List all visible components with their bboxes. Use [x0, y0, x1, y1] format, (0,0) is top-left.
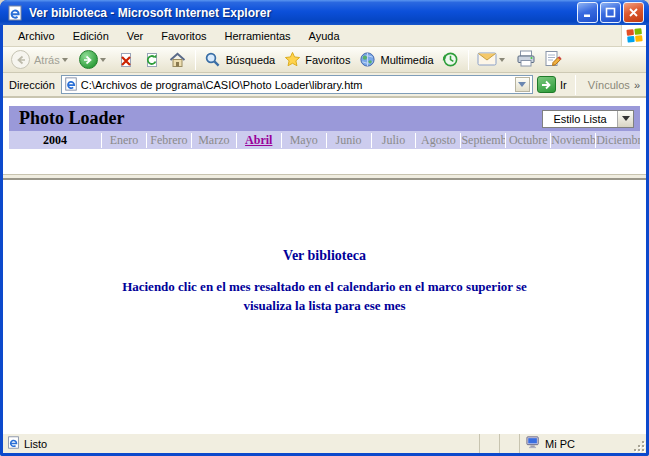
select-dropdown-button[interactable]: [617, 111, 633, 127]
print-button[interactable]: [512, 49, 540, 70]
my-computer-icon: [526, 436, 540, 451]
ie-page-icon: [7, 436, 20, 451]
chevron-down-icon: [518, 82, 526, 87]
go-arrow-icon: [537, 76, 556, 93]
status-text: Listo: [24, 438, 47, 450]
list-style-select[interactable]: Estilo Lista: [542, 110, 634, 128]
calendar-month-link-abril[interactable]: Abril: [236, 133, 281, 148]
printer-icon: [516, 50, 536, 69]
windows-logo-icon: [621, 25, 646, 46]
calendar-frame: Photo Loader Estilo Lista 2004 Enero Feb…: [3, 98, 646, 149]
media-button[interactable]: Multimedia: [354, 50, 437, 70]
status-section: Listo: [3, 434, 480, 453]
zone-text: Mi PC: [545, 438, 575, 450]
calendar-month-row: 2004 Enero Febrero Marzo Abril Mayo Juni…: [9, 131, 640, 149]
ie-page-icon: [64, 77, 78, 93]
mail-button[interactable]: [473, 50, 512, 69]
page-title: Photo Loader: [19, 108, 542, 129]
edit-button[interactable]: [540, 49, 566, 70]
address-input[interactable]: C:\Archivos de programa\CASIO\Photo Load…: [61, 75, 533, 94]
content-instructions: Haciendo clic en el mes resaltado en el …: [100, 278, 550, 316]
menu-ver[interactable]: Ver: [118, 26, 153, 46]
calendar-month-febrero: Febrero: [146, 133, 191, 148]
search-icon: [204, 51, 222, 69]
calendar-month-agosto: Agosto: [415, 133, 460, 148]
list-style-value: Estilo Lista: [543, 113, 617, 125]
calendar-month-mayo: Mayo: [281, 133, 326, 148]
calendar-month-marzo: Marzo: [191, 133, 236, 148]
forward-icon: [79, 50, 98, 69]
calendar-month-junio: Junio: [326, 133, 371, 148]
stop-icon: [117, 51, 135, 69]
address-label: Dirección: [9, 79, 55, 91]
address-bar: Dirección C:\Archivos de programa\CASIO\…: [3, 73, 646, 98]
back-label: Atrás: [34, 54, 60, 66]
stop-button[interactable]: [113, 50, 139, 70]
maximize-button[interactable]: [600, 2, 621, 23]
menu-favoritos[interactable]: Favoritos: [152, 26, 215, 46]
menu-bar: Archivo Edición Ver Favoritos Herramient…: [3, 25, 646, 47]
window-title: Ver biblioteca - Microsoft Internet Expl…: [29, 6, 575, 20]
menu-ayuda[interactable]: Ayuda: [300, 26, 349, 46]
mail-icon: [477, 51, 497, 68]
calendar-month-enero: Enero: [101, 133, 146, 148]
address-separator: [575, 75, 576, 95]
chevron-down-icon: [622, 116, 630, 121]
status-bar: Listo Mi PC: [3, 433, 646, 453]
browser-window: Ver biblioteca - Microsoft Internet Expl…: [0, 0, 649, 456]
favorites-label: Favoritos: [305, 54, 350, 66]
close-button[interactable]: [623, 2, 644, 23]
security-zone-section: Mi PC: [520, 434, 632, 453]
ie-page-icon: [6, 4, 24, 22]
calendar-month-diciembre: Diciembre: [595, 133, 640, 148]
calendar-month-julio: Julio: [371, 133, 416, 148]
calendar-month-noviembre: Noviembre: [550, 133, 595, 148]
globe-icon: [358, 51, 376, 69]
calendar-year: 2004: [9, 133, 101, 148]
search-label: Búsqueda: [226, 54, 276, 66]
status-pane: [500, 434, 520, 453]
back-button[interactable]: Atrás: [7, 49, 75, 70]
calendar-month-septiembre: Septiembre: [460, 133, 505, 148]
go-label: Ir: [560, 79, 567, 91]
content-frame: Ver biblioteca Haciendo clic en el mes r…: [3, 180, 646, 433]
photo-loader-header: Photo Loader Estilo Lista: [9, 106, 640, 131]
refresh-button[interactable]: [139, 50, 165, 70]
history-icon: [442, 51, 460, 69]
forward-dropdown-icon[interactable]: [100, 58, 106, 62]
go-button[interactable]: Ir: [537, 76, 567, 93]
toolbar-separator: [195, 50, 196, 70]
calendar-month-octubre: Octubre: [505, 133, 550, 148]
browser-viewport: Photo Loader Estilo Lista 2004 Enero Feb…: [3, 98, 646, 433]
home-button[interactable]: [165, 50, 191, 70]
history-button[interactable]: [438, 50, 464, 70]
title-bar: Ver biblioteca - Microsoft Internet Expl…: [0, 0, 649, 25]
back-icon: [11, 50, 30, 69]
edit-icon: [544, 50, 562, 69]
forward-button[interactable]: [75, 49, 113, 70]
links-chevron-icon[interactable]: »: [634, 79, 640, 91]
resize-grip[interactable]: [632, 434, 646, 453]
media-label: Multimedia: [380, 54, 433, 66]
menu-archivo[interactable]: Archivo: [9, 26, 64, 46]
star-icon: [283, 51, 301, 69]
status-pane: [480, 434, 500, 453]
links-label[interactable]: Vínculos: [588, 79, 630, 91]
back-dropdown-icon[interactable]: [62, 58, 68, 62]
favorites-button[interactable]: Favoritos: [279, 50, 354, 70]
search-button[interactable]: Búsqueda: [200, 50, 280, 70]
home-icon: [169, 51, 187, 69]
content-heading: Ver biblioteca: [3, 248, 646, 264]
minimize-button[interactable]: [577, 2, 598, 23]
mail-dropdown-icon[interactable]: [499, 58, 505, 62]
address-dropdown-button[interactable]: [515, 77, 530, 92]
window-frame: Archivo Edición Ver Favoritos Herramient…: [0, 25, 649, 456]
address-url: C:\Archivos de programa\CASIO\Photo Load…: [81, 79, 363, 91]
menu-edicion[interactable]: Edición: [64, 26, 118, 46]
menu-herramientas[interactable]: Herramientas: [216, 26, 300, 46]
navigation-toolbar: Atrás: [3, 47, 646, 73]
toolbar-separator: [468, 50, 469, 70]
refresh-icon: [143, 51, 161, 69]
